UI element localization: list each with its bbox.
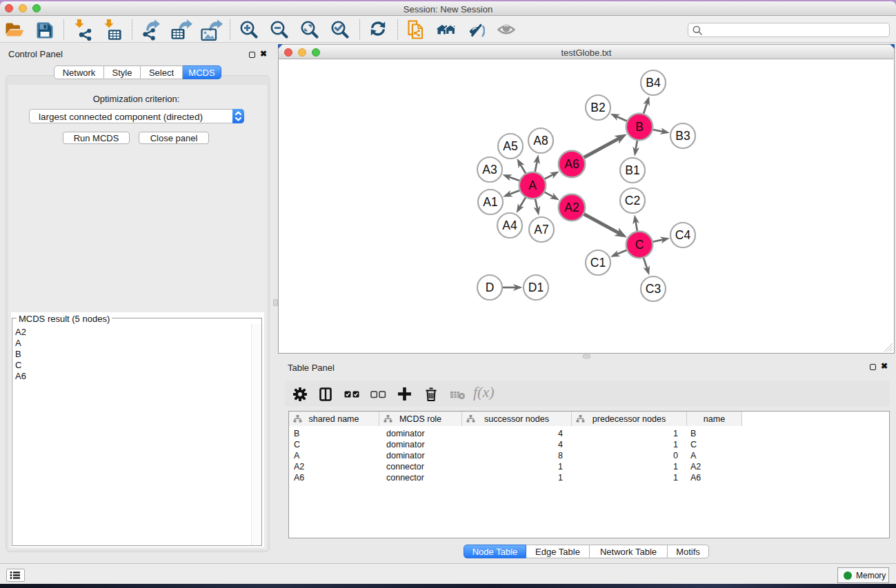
svg-text:A5: A5 (503, 139, 517, 153)
svg-text:B4: B4 (646, 76, 661, 90)
svg-text:A2: A2 (564, 201, 579, 214)
svg-text:A7: A7 (534, 223, 548, 236)
svg-text:B: B (635, 120, 644, 134)
svg-text:B1: B1 (625, 163, 639, 177)
svg-text:C: C (635, 238, 644, 252)
svg-text:A6: A6 (564, 157, 579, 171)
svg-text:A4: A4 (502, 219, 517, 232)
svg-text:A3: A3 (482, 163, 497, 176)
svg-text:D: D (486, 281, 495, 294)
svg-text:A: A (528, 179, 537, 192)
svg-text:C2: C2 (625, 194, 640, 207)
svg-text:C1: C1 (590, 256, 606, 270)
svg-text:C3: C3 (646, 282, 661, 296)
svg-text:B2: B2 (590, 101, 605, 114)
svg-text:A1: A1 (483, 195, 497, 209)
svg-text:A8: A8 (533, 134, 548, 148)
svg-text:D1: D1 (528, 281, 544, 294)
svg-text:C4: C4 (675, 228, 691, 242)
svg-text:B3: B3 (675, 129, 690, 143)
